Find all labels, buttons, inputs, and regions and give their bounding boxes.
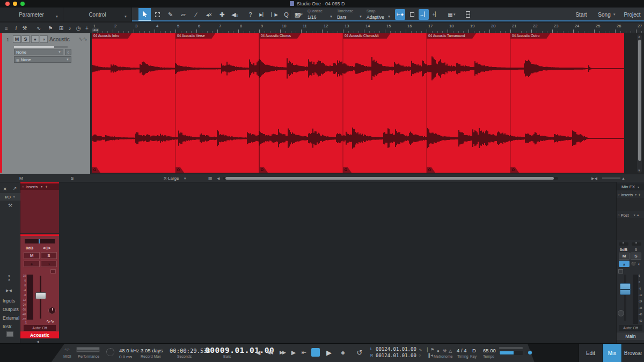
quantize-button[interactable]: Q — [280, 8, 292, 21]
chord-track-button[interactable]: ♪ — [65, 24, 74, 32]
scroll-down-arrow[interactable]: ▼ — [638, 169, 641, 172]
click-settings-icon[interactable]: ⚒ — [443, 349, 447, 353]
automation-mode-button[interactable]: Auto: Off — [24, 325, 56, 331]
vertical-scrollbar-thumb[interactable] — [638, 40, 641, 161]
marker-flag-icon[interactable]: ▏⚑ — [427, 348, 434, 352]
zoom-slider[interactable] — [602, 178, 620, 179]
main-mute-button[interactable]: M — [619, 253, 630, 260]
snap-dropdown[interactable]: Snap Adaptive ▼ — [365, 8, 392, 21]
rewind-button[interactable]: ◀◀ — [264, 347, 275, 358]
crosshair-toggle[interactable]: +▏ — [430, 9, 441, 20]
key-value[interactable]: D — [472, 348, 476, 353]
input-gain-button[interactable]: ○ — [65, 49, 71, 55]
tab-control[interactable]: Control ▼ — [63, 8, 132, 21]
inspector-button[interactable]: i — [12, 24, 20, 32]
autoscroll-toggle[interactable]: ⊢● — [395, 9, 405, 20]
browse-view-button[interactable]: Browse — [621, 344, 644, 362]
automation-button[interactable]: ∿ — [34, 24, 43, 32]
play-from-cursor-button[interactable]: ▏▶ — [268, 8, 281, 21]
zoom-in-vertical-button[interactable]: ▲ — [621, 176, 625, 180]
global-mute-button[interactable]: M — [19, 176, 23, 181]
bank-arrows[interactable]: ▼▲ — [8, 275, 11, 281]
link-button[interactable] — [618, 269, 623, 274]
maximize-window-button[interactable] — [20, 2, 25, 6]
precount-icon[interactable]: ● — [437, 349, 440, 353]
record-button[interactable]: ● — [338, 347, 348, 358]
close-console-button[interactable]: × — [3, 186, 6, 192]
main-inserts-header[interactable]: ○ Inserts ▼ + — [617, 191, 644, 198]
seconds-display[interactable]: 00:00:29.538 — [170, 348, 210, 354]
scroll-up-arrow[interactable]: ▲ — [638, 35, 641, 38]
main-post-header[interactable]: ○ Post ▼ + — [617, 212, 644, 218]
track-mute-button[interactable]: M — [13, 35, 21, 43]
power-icon[interactable]: ○ — [618, 213, 620, 217]
audio-event-waveform[interactable] — [92, 33, 624, 173]
global-solo-button[interactable]: S — [71, 176, 74, 181]
io-dropdown[interactable]: I/O ▼ — [0, 193, 20, 201]
loop-right-value[interactable]: 00124.01.01.00 — [376, 353, 416, 358]
console-rail-external[interactable]: External — [3, 315, 19, 321]
loop-toggle-button[interactable]: ↺ — [353, 347, 366, 358]
main-fader-cap[interactable] — [620, 283, 631, 295]
console-rail-outputs[interactable]: Outputs — [3, 307, 19, 312]
main-automation-button[interactable]: Auto: Off — [619, 325, 642, 331]
main-out-toggle[interactable] — [525, 350, 532, 355]
help-button[interactable]: ? — [244, 8, 257, 21]
play-from-start-button[interactable]: ▶▏ — [257, 8, 269, 21]
track-output-dropdown[interactable]: ▩ None ▼ — [14, 56, 71, 63]
console-rail-instr[interactable]: Instr. — [3, 324, 12, 329]
performance-meter[interactable] — [76, 347, 100, 352]
track-name[interactable]: Acoustic — [49, 36, 70, 42]
close-window-button[interactable] — [5, 2, 10, 6]
grid-toggle-button[interactable]: ▦ — [208, 176, 213, 181]
listen-tool-button[interactable]: ◀)) — [229, 8, 241, 21]
add-post-button[interactable]: + — [637, 213, 640, 218]
track-list-menu-button[interactable]: ≡ — [2, 24, 11, 32]
tab-parameter[interactable]: Parameter ▼ — [0, 8, 63, 21]
channel-gain-value[interactable]: 0dB — [26, 246, 33, 250]
arrange-view[interactable]: 04 Acoustic Intro04 Acoustic Verse04 Aco… — [90, 33, 644, 174]
narrow-wide-toggle[interactable]: ▶◀ — [6, 289, 12, 293]
channel-pan-value[interactable]: <C> — [43, 246, 50, 250]
mix-view-button[interactable]: Mix — [602, 344, 621, 362]
main-gain-value[interactable]: 0dB — [620, 247, 627, 252]
timing-value[interactable]: 4 / 4 — [457, 348, 467, 353]
song-page-button[interactable]: Song▼ — [595, 8, 619, 21]
timeline-ruler[interactable]: 1234567891011121314151617181920212223242… — [90, 23, 644, 33]
link-button[interactable] — [50, 269, 56, 274]
punch-marker-icon[interactable]: ○ — [419, 353, 421, 357]
eraser-tool-button[interactable]: ▱ — [177, 8, 189, 21]
inserts-header[interactable]: ○ Inserts ▼ + — [20, 183, 59, 190]
horizontal-scrollbar[interactable] — [223, 177, 558, 180]
channel-monitor-button[interactable]: ◑ — [41, 261, 57, 267]
dim-toggle[interactable]: ◐ — [636, 261, 642, 267]
video-window-toggle[interactable] — [463, 9, 473, 20]
mute-tool-button[interactable]: ◂× — [203, 8, 215, 21]
project-page-button[interactable]: Project — [620, 8, 644, 21]
main-pan-left[interactable] — [619, 242, 628, 246]
track-input-dropdown[interactable]: None ▼ — [14, 49, 63, 55]
previous-marker-button[interactable]: ◀ — [254, 347, 262, 358]
autopunch-icon[interactable]: ∿ — [419, 348, 422, 352]
expand-console-button[interactable]: ↗ — [13, 186, 17, 191]
console-rail-inputs[interactable]: Inputs — [3, 298, 15, 304]
cue-knob[interactable] — [48, 307, 56, 314]
add-insert-button[interactable]: + — [638, 193, 641, 197]
return-to-zero-button[interactable]: ⇤ — [299, 347, 308, 358]
arranger-track-button[interactable]: ⊞ — [57, 24, 65, 32]
snap-to-cursor-toggle[interactable]: →▏ — [419, 9, 429, 20]
inserts-list-empty[interactable] — [20, 190, 59, 233]
loop-marker-icon[interactable]: ▐◄ — [427, 353, 434, 357]
main-solo-button[interactable]: S — [631, 253, 641, 260]
main-post-empty[interactable] — [617, 218, 644, 240]
macro-controls-toggle[interactable]: ▦▼ — [444, 9, 459, 20]
horizontal-scrollbar-thumb[interactable] — [225, 177, 554, 180]
metronome-icon[interactable]: △ — [449, 349, 452, 353]
timebase-dropdown[interactable]: Timebase Bars ▼ — [335, 8, 363, 21]
mono-toggle[interactable]: ▲ — [619, 261, 630, 267]
track-volume-slider[interactable] — [14, 46, 68, 48]
marker-track-button[interactable]: ⚑ — [46, 24, 55, 32]
add-insert-button[interactable]: + — [45, 184, 48, 189]
fader-cap[interactable] — [35, 292, 46, 299]
edit-view-button[interactable]: Edit — [579, 344, 602, 362]
